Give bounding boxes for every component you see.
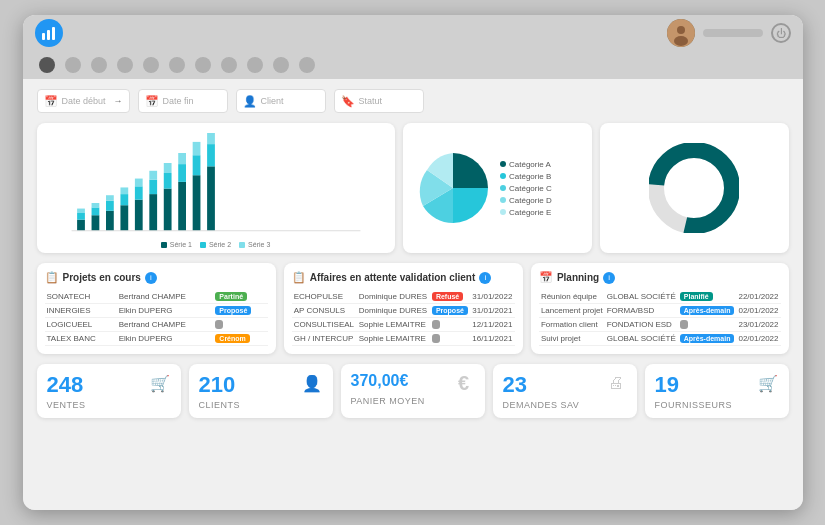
stat-top-panier: 370,00€ € xyxy=(351,372,475,394)
cell-badge: Après-demain xyxy=(678,332,737,346)
cell-date: 23/01/2022 xyxy=(736,318,780,332)
pie-legend: Catégorie A Catégorie B Catégorie C xyxy=(500,160,582,217)
stat-clients: 210 👤 CLIENTS xyxy=(189,364,333,418)
svg-rect-35 xyxy=(207,133,215,144)
affaires-info-icon[interactable]: i xyxy=(479,272,491,284)
cell-company: FONDATION ESD xyxy=(605,318,678,332)
svg-rect-26 xyxy=(163,163,171,173)
charts-row: Série 1 Série 2 Série 3 xyxy=(37,123,789,253)
projets-header: 📋 Projets en cours i xyxy=(45,271,268,284)
nav-dot-7[interactable] xyxy=(195,57,211,73)
pie-label-4: Catégorie D xyxy=(509,196,552,205)
cell-person: Bertrand CHAMPE xyxy=(117,290,214,304)
cell-person: Dominique DURES xyxy=(357,290,430,304)
nav-dot-11[interactable] xyxy=(299,57,315,73)
cell-person: Elkin DUPERG xyxy=(117,332,214,346)
status-filter[interactable]: 🔖 Statut xyxy=(334,89,424,113)
svg-rect-10 xyxy=(91,207,99,215)
pie-dot-3 xyxy=(500,185,506,191)
cell-company: GH / INTERCUP xyxy=(292,332,357,346)
svg-rect-30 xyxy=(192,175,200,231)
cell-event: Lancement projet xyxy=(539,304,605,318)
cell-date: 31/01/2021 xyxy=(470,304,515,318)
cell-date: 16/11/2021 xyxy=(470,332,515,346)
stat-label-sav: DEMANDES SAV xyxy=(503,400,627,410)
planning-info-icon[interactable]: i xyxy=(603,272,615,284)
cell-badge xyxy=(678,318,737,332)
svg-rect-29 xyxy=(178,153,186,164)
cell-badge: Proposé xyxy=(430,304,470,318)
cell-event: Suivi projet xyxy=(539,332,605,346)
user-avatar[interactable] xyxy=(667,19,695,47)
planning-table: Réunion équipe GLOBAL SOCIÉTÉ Planifié 2… xyxy=(539,290,781,346)
table-row: INNERGIES Elkin DUPERG Proposé xyxy=(45,304,268,318)
nav-dot-5[interactable] xyxy=(143,57,159,73)
nav-dot-8[interactable] xyxy=(221,57,237,73)
nav-dot-9[interactable] xyxy=(247,57,263,73)
pie-label-2: Catégorie B xyxy=(509,172,551,181)
cell-date: 12/11/2021 xyxy=(470,318,515,332)
status-badge: Proposé xyxy=(215,306,251,315)
stats-row: 248 🛒 VENTES 210 👤 CLIENTS 370,00€ € PAN… xyxy=(37,364,789,418)
legend-label-2: Série 2 xyxy=(209,241,231,248)
svg-rect-28 xyxy=(178,164,186,182)
stat-label-ventes: VENTES xyxy=(47,400,171,410)
nav-dot-10[interactable] xyxy=(273,57,289,73)
pie-svg-wrap xyxy=(413,148,495,228)
pie-legend-item-4: Catégorie D xyxy=(500,196,582,205)
pie-dot-5 xyxy=(500,209,506,215)
nav-dot-3[interactable] xyxy=(91,57,107,73)
svg-rect-9 xyxy=(91,215,99,231)
stat-fournisseurs: 19 🛒 FOURNISSEURS xyxy=(645,364,789,418)
svg-rect-13 xyxy=(106,201,114,211)
client-filter[interactable]: 👤 Client xyxy=(236,89,326,113)
status-icon: 🔖 xyxy=(341,95,355,108)
planning-title: Planning xyxy=(557,272,599,283)
pie-dot-1 xyxy=(500,161,506,167)
svg-rect-11 xyxy=(91,203,99,207)
projets-icon: 📋 xyxy=(45,271,59,284)
svg-rect-22 xyxy=(149,180,157,194)
pie-label-3: Catégorie C xyxy=(509,184,552,193)
nav-dots-bar xyxy=(23,51,803,79)
cell-date: 31/01/2022 xyxy=(470,290,515,304)
status-badge xyxy=(432,334,440,343)
cell-date: 02/01/2022 xyxy=(736,304,780,318)
table-row: TALEX BANC Elkin DUPERG Crénom xyxy=(45,332,268,346)
supplier-icon: 🛒 xyxy=(757,372,779,394)
bar-chart-svg xyxy=(47,133,385,233)
svg-rect-16 xyxy=(120,194,128,205)
svg-rect-12 xyxy=(106,211,114,231)
power-button[interactable]: ⏻ xyxy=(771,23,791,43)
cell-event: Réunion équipe xyxy=(539,290,605,304)
nav-dot-4[interactable] xyxy=(117,57,133,73)
nav-dot-6[interactable] xyxy=(169,57,185,73)
stat-value-sav: 23 xyxy=(503,372,527,398)
table-row: Formation client FONDATION ESD 23/01/202… xyxy=(539,318,781,332)
cell-badge: Refusé xyxy=(430,290,470,304)
nav-dot-2[interactable] xyxy=(65,57,81,73)
person-icon: 👤 xyxy=(301,372,323,394)
legend-label-3: Série 3 xyxy=(248,241,270,248)
svg-rect-33 xyxy=(207,166,215,230)
date-end-filter[interactable]: 📅 Date fin xyxy=(138,89,228,113)
svg-rect-1 xyxy=(47,30,50,40)
date-end-label: Date fin xyxy=(163,96,194,106)
projets-card: 📋 Projets en cours i SONATECH Bertrand C… xyxy=(37,263,276,354)
nav-dot-1[interactable] xyxy=(39,57,55,73)
svg-rect-2 xyxy=(52,27,55,40)
browser-window: ⏻ 📅 Date début → 📅 Date fin � xyxy=(23,15,803,510)
pie-dot-4 xyxy=(500,197,506,203)
legend-item-2: Série 2 xyxy=(200,241,231,248)
client-label: Client xyxy=(261,96,284,106)
svg-rect-15 xyxy=(120,205,128,231)
svg-rect-32 xyxy=(192,142,200,155)
donut-chart-card xyxy=(600,123,789,253)
svg-point-39 xyxy=(672,166,716,210)
svg-point-5 xyxy=(674,36,688,46)
projets-info-icon[interactable]: i xyxy=(145,272,157,284)
app-logo xyxy=(35,19,63,47)
legend-item-3: Série 3 xyxy=(239,241,270,248)
affaires-title: Affaires en attente validation client xyxy=(310,272,476,283)
date-start-filter[interactable]: 📅 Date début → xyxy=(37,89,130,113)
